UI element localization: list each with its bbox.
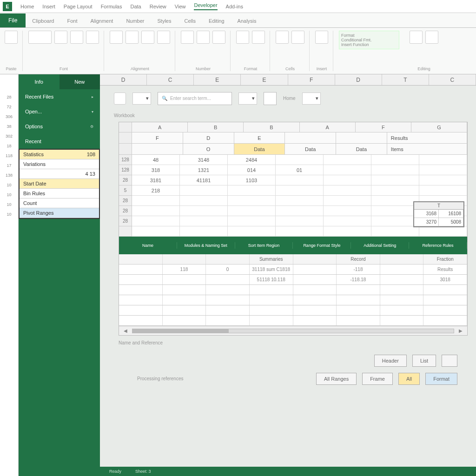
file-tab[interactable]: File <box>0 13 26 27</box>
cell[interactable] <box>419 175 467 185</box>
list-item[interactable]: Start Date <box>20 179 99 189</box>
list-item[interactable]: Statistics108 <box>20 150 99 159</box>
lower-row[interactable] <box>119 285 467 295</box>
table-row[interactable] <box>119 226 467 237</box>
sidebar-item-recent2[interactable]: Recent <box>19 134 100 149</box>
cell[interactable]: 218 <box>132 185 180 196</box>
currency-icon[interactable] <box>181 31 194 44</box>
cell[interactable]: 318 <box>132 165 180 175</box>
cell[interactable]: 41181 <box>180 175 228 185</box>
ribbon-tab-4[interactable]: Styles <box>151 14 178 27</box>
cell[interactable] <box>371 216 419 226</box>
list-item[interactable]: Bin Rules <box>20 189 99 198</box>
sidebar-item-options[interactable]: Options⚙ <box>19 119 100 134</box>
cell[interactable] <box>228 226 276 237</box>
insert-cell-icon[interactable] <box>276 31 289 44</box>
col-header[interactable]: B <box>188 122 244 132</box>
menu-pagelayout[interactable]: Page Layout <box>64 4 93 9</box>
table-row[interactable]: 128318132101401 <box>119 165 467 175</box>
cell[interactable] <box>419 155 467 165</box>
cell[interactable] <box>371 196 419 206</box>
col-header[interactable]: A <box>300 122 356 132</box>
cell[interactable] <box>371 185 419 196</box>
col-header[interactable]: A <box>132 122 188 132</box>
sort-icon[interactable] <box>410 31 423 44</box>
sub-header[interactable] <box>285 132 336 144</box>
table-row[interactable]: 283181411811103 <box>119 175 467 185</box>
cell[interactable] <box>324 155 371 165</box>
sub-header[interactable]: Data <box>336 144 387 155</box>
menu-developer[interactable]: Developer <box>194 2 217 10</box>
scroll-right-icon[interactable]: ▶ <box>459 328 463 333</box>
row-header[interactable]: 28 <box>119 196 132 206</box>
sidebar-item-open[interactable]: Open...▾ <box>19 104 100 119</box>
sidebar-tab-new[interactable]: New <box>60 74 100 89</box>
sidebar-tab-info[interactable]: Info <box>19 74 60 89</box>
paste-icon[interactable] <box>5 31 18 44</box>
sub-header[interactable]: Items <box>387 144 467 155</box>
col-header[interactable]: D <box>100 74 147 85</box>
cell[interactable] <box>276 226 324 237</box>
wrap-icon[interactable] <box>157 31 170 44</box>
settings-icon[interactable] <box>264 92 277 105</box>
cell[interactable] <box>276 196 324 206</box>
header-button[interactable]: Header <box>374 355 407 367</box>
cell[interactable]: 3148 <box>180 155 228 165</box>
table-fmt-icon[interactable] <box>252 31 265 44</box>
col-header[interactable]: F <box>288 74 335 85</box>
delete-cell-icon[interactable] <box>291 31 304 44</box>
dropdown[interactable]: ▾ <box>132 93 151 105</box>
cell[interactable]: 48 <box>132 155 180 165</box>
cell[interactable] <box>180 206 228 216</box>
cell[interactable] <box>324 196 371 206</box>
dropdown-2[interactable]: ▾ <box>238 93 257 105</box>
row-header[interactable]: 28 <box>119 175 132 185</box>
menu-home[interactable]: Home <box>20 4 34 9</box>
all-ranges-button[interactable]: All Ranges <box>316 373 357 385</box>
ribbon-tab-2[interactable]: Alignment <box>84 14 119 27</box>
cell[interactable] <box>276 185 324 196</box>
cell[interactable]: 014 <box>228 165 276 175</box>
menu-data[interactable]: Data <box>130 4 141 9</box>
sub-header[interactable]: E <box>234 132 285 144</box>
frame-button[interactable]: Frame <box>362 373 393 385</box>
col-header[interactable]: T <box>382 74 429 85</box>
list-button[interactable]: List <box>412 355 436 367</box>
lower-row[interactable] <box>119 305 467 316</box>
menu-formulas[interactable]: Formulas <box>101 4 122 9</box>
table-row[interactable]: 1284831482484 <box>119 155 467 165</box>
scroll-thumb[interactable] <box>132 329 229 333</box>
lower-row[interactable]: 51118 10.118 -118.18 3018 <box>119 275 467 285</box>
cell[interactable] <box>228 196 276 206</box>
list-item[interactable]: Pivot Ranges <box>20 208 99 218</box>
bold-icon[interactable] <box>54 31 67 44</box>
sub-header[interactable]: O <box>183 144 234 155</box>
cell[interactable] <box>132 226 180 237</box>
row-header[interactable]: 28 <box>119 206 132 216</box>
scroll-left-icon[interactable]: ◀ <box>124 328 127 333</box>
dropdown-3[interactable]: ▾ <box>302 93 321 105</box>
ribbon-tab-5[interactable]: Cells <box>178 14 202 27</box>
cell[interactable] <box>324 185 371 196</box>
cell[interactable] <box>132 216 180 226</box>
row-header[interactable]: 5 <box>119 185 132 196</box>
cell[interactable] <box>324 175 371 185</box>
cell[interactable] <box>419 185 467 196</box>
cell[interactable] <box>324 165 371 175</box>
sub-header[interactable] <box>132 144 183 155</box>
cell[interactable] <box>371 175 419 185</box>
cell[interactable] <box>180 216 228 226</box>
ribbon-tab-0[interactable]: Clipboard <box>26 14 60 27</box>
col-header[interactable]: E <box>241 74 288 85</box>
sub-header[interactable]: D <box>183 132 234 144</box>
cell[interactable] <box>228 185 276 196</box>
font-box-icon[interactable] <box>28 31 52 44</box>
col-header[interactable]: B <box>244 122 299 132</box>
row-header[interactable]: 128 <box>119 155 132 165</box>
sub-header[interactable]: Data <box>234 144 285 155</box>
list-item[interactable]: Count <box>20 198 99 208</box>
ribbon-tab-7[interactable]: Analysis <box>231 14 263 27</box>
more-button[interactable] <box>442 355 457 367</box>
cell[interactable] <box>228 216 276 226</box>
cell[interactable]: 1321 <box>180 165 228 175</box>
